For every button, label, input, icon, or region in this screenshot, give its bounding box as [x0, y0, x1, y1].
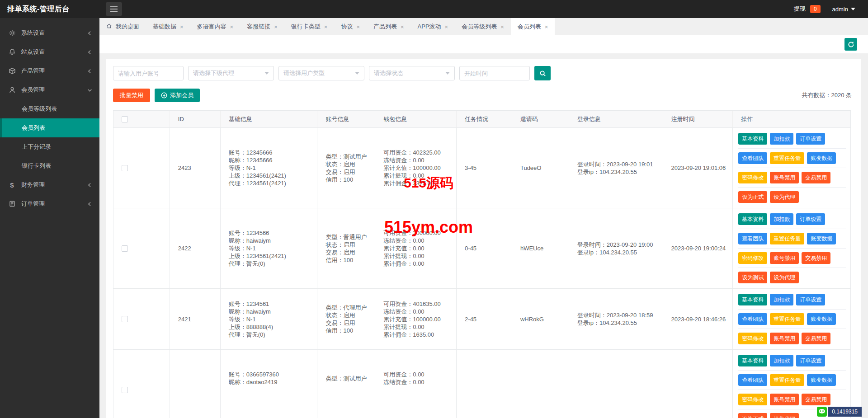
tab-我的桌面[interactable]: 我的桌面 — [99, 18, 146, 35]
action-button-账号禁用[interactable]: 账号禁用 — [770, 252, 799, 264]
action-button-订单设置[interactable]: 订单设置 — [796, 213, 825, 225]
action-button-交易禁用[interactable]: 交易禁用 — [802, 172, 830, 183]
action-button-重置任务量[interactable]: 重置任务量 — [770, 152, 804, 164]
base-info-line: 等级：N-1 — [229, 164, 315, 172]
menu-toggle-button[interactable] — [106, 2, 122, 16]
start-time-input[interactable] — [459, 66, 530, 80]
action-button-设为代理[interactable]: 设为代理 — [770, 413, 799, 418]
action-button-设为正式[interactable]: 设为正式 — [738, 191, 767, 203]
sidebar-item-产品管理[interactable]: 产品管理 — [0, 61, 99, 80]
tab-close-icon[interactable]: × — [180, 24, 184, 30]
action-button-设为测试[interactable]: 设为测试 — [738, 272, 767, 283]
action-button-加扣款[interactable]: 加扣款 — [770, 355, 793, 366]
add-member-button[interactable]: 添加会员 — [155, 89, 200, 102]
action-button-交易禁用[interactable]: 交易禁用 — [802, 333, 830, 344]
action-button-密码修改[interactable]: 密码修改 — [738, 252, 767, 264]
action-button-加扣款[interactable]: 加扣款 — [770, 133, 793, 145]
cell-register-time: 2023-09-20 19:00:24 — [663, 208, 733, 288]
action-button-账号禁用[interactable]: 账号禁用 — [770, 333, 799, 344]
action-button-账变数据[interactable]: 账变数据 — [807, 152, 836, 164]
action-button-加扣款[interactable]: 加扣款 — [770, 294, 793, 305]
tab-协议[interactable]: 协议× — [334, 18, 367, 35]
action-button-交易禁用[interactable]: 交易禁用 — [802, 394, 830, 405]
tab-close-icon[interactable]: × — [545, 24, 548, 30]
action-button-设为正式[interactable]: 设为正式 — [738, 413, 767, 418]
action-button-账号禁用[interactable]: 账号禁用 — [770, 172, 799, 183]
tab-close-icon[interactable]: × — [445, 24, 448, 30]
action-button-加扣款[interactable]: 加扣款 — [770, 213, 793, 225]
action-button-密码修改[interactable]: 密码修改 — [738, 172, 767, 183]
tab-产品列表[interactable]: 产品列表× — [367, 18, 411, 35]
tab-多语言内容[interactable]: 多语言内容× — [190, 18, 241, 35]
action-button-重置任务量[interactable]: 重置任务量 — [770, 374, 804, 386]
action-button-查看团队[interactable]: 查看团队 — [738, 313, 767, 325]
action-button-账变数据[interactable]: 账变数据 — [807, 313, 836, 325]
trace-badge[interactable]: 0.1419315 — [817, 407, 862, 417]
tab-基础数据[interactable]: 基础数据× — [146, 18, 190, 35]
action-button-重置任务量[interactable]: 重置任务量 — [770, 233, 804, 244]
sidebar-item-站点设置[interactable]: 站点设置 — [0, 42, 99, 61]
sidebar-item-订单管理[interactable]: 订单管理 — [0, 194, 99, 213]
agent-select[interactable]: 请选择下级代理 — [188, 66, 274, 80]
tab-会员等级列表[interactable]: 会员等级列表× — [455, 18, 511, 35]
action-button-订单设置[interactable]: 订单设置 — [796, 133, 825, 145]
action-button-密码修改[interactable]: 密码修改 — [738, 333, 767, 344]
action-button-账变数据[interactable]: 账变数据 — [807, 233, 836, 244]
row-checkbox[interactable] — [122, 165, 128, 171]
chevron-left-icon — [87, 202, 92, 207]
action-button-基本资料[interactable]: 基本资料 — [738, 355, 767, 366]
action-button-订单设置[interactable]: 订单设置 — [796, 355, 825, 366]
action-button-查看团队[interactable]: 查看团队 — [738, 374, 767, 386]
tab-会员列表[interactable]: 会员列表× — [511, 18, 555, 35]
action-button-密码修改[interactable]: 密码修改 — [738, 394, 767, 405]
row-checkbox[interactable] — [122, 245, 128, 252]
sidebar-item-会员管理[interactable]: 会员管理 — [0, 80, 99, 99]
column-header-基础信息: 基础信息 — [221, 111, 318, 127]
refresh-button[interactable] — [844, 38, 857, 51]
select-all-checkbox[interactable] — [122, 116, 128, 122]
action-button-查看团队[interactable]: 查看团队 — [738, 233, 767, 244]
tab-close-icon[interactable]: × — [401, 24, 404, 30]
action-button-基本资料[interactable]: 基本资料 — [738, 294, 767, 305]
sidebar: 系统设置站点设置产品管理会员管理会员等级列表会员列表上下分记录银行卡列表$财务管… — [0, 18, 99, 418]
status-select[interactable]: 请选择状态 — [369, 66, 455, 80]
sidebar-subitem-上下分记录[interactable]: 上下分记录 — [0, 137, 99, 156]
action-button-基本资料[interactable]: 基本资料 — [738, 213, 767, 225]
sidebar-item-系统设置[interactable]: 系统设置 — [0, 23, 99, 42]
sidebar-item-财务管理[interactable]: $财务管理 — [0, 175, 99, 194]
batch-disable-button[interactable]: 批量禁用 — [113, 89, 150, 102]
sidebar-subitem-label: 银行卡列表 — [22, 162, 51, 170]
tab-银行卡类型[interactable]: 银行卡类型× — [284, 18, 335, 35]
bell-icon — [8, 48, 16, 56]
tab-close-icon[interactable]: × — [324, 24, 328, 30]
wallet-info-line: 累计提现：0.00 — [383, 323, 453, 331]
withdraw-link[interactable]: 提现 — [794, 5, 806, 13]
action-button-row: 查看团队重置任务量账变数据 — [738, 229, 846, 249]
tab-客服链接[interactable]: 客服链接× — [240, 18, 284, 35]
action-button-设为代理[interactable]: 设为代理 — [770, 191, 799, 203]
action-button-设为代理[interactable]: 设为代理 — [770, 272, 799, 283]
user-type-select[interactable]: 请选择用户类型 — [278, 66, 364, 80]
row-checkbox[interactable] — [122, 387, 128, 393]
search-button[interactable] — [534, 66, 551, 80]
user-menu[interactable]: admin — [832, 6, 855, 13]
action-button-账变数据[interactable]: 账变数据 — [807, 374, 836, 386]
sidebar-subitem-会员等级列表[interactable]: 会员等级列表 — [0, 99, 99, 118]
action-button-账号禁用[interactable]: 账号禁用 — [770, 394, 799, 405]
row-select-cell — [113, 208, 170, 288]
action-button-row: 查看团队重置任务量账变数据 — [738, 371, 846, 390]
action-button-交易禁用[interactable]: 交易禁用 — [802, 252, 830, 264]
tab-APP滚动[interactable]: APP滚动× — [411, 18, 455, 35]
tab-close-icon[interactable]: × — [230, 24, 234, 30]
tab-close-icon[interactable]: × — [356, 24, 360, 30]
tab-close-icon[interactable]: × — [500, 24, 504, 30]
account-input[interactable] — [113, 66, 184, 80]
row-checkbox[interactable] — [122, 316, 128, 322]
sidebar-subitem-会员列表[interactable]: 会员列表 — [0, 118, 99, 137]
tab-close-icon[interactable]: × — [274, 24, 278, 30]
action-button-重置任务量[interactable]: 重置任务量 — [770, 313, 804, 325]
action-button-基本资料[interactable]: 基本资料 — [738, 133, 767, 145]
action-button-查看团队[interactable]: 查看团队 — [738, 152, 767, 164]
action-button-订单设置[interactable]: 订单设置 — [796, 294, 825, 305]
sidebar-subitem-银行卡列表[interactable]: 银行卡列表 — [0, 156, 99, 175]
